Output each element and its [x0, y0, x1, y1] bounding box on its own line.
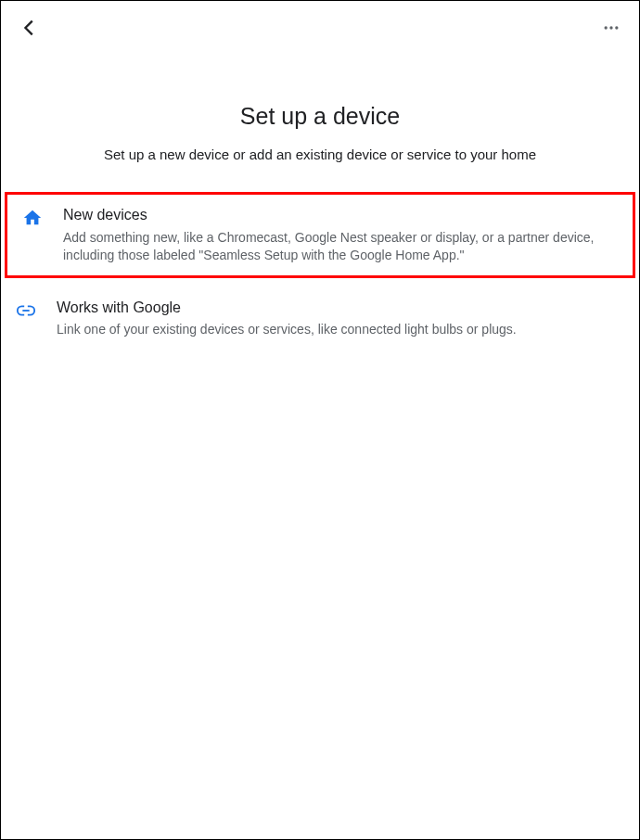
options-list: New devices Add something new, like a Ch… [1, 192, 639, 350]
link-icon [16, 300, 36, 321]
back-button[interactable] [16, 14, 44, 45]
page-subtitle: Set up a new device or add an existing d… [19, 145, 621, 164]
option-title: Works with Google [57, 299, 626, 318]
option-text: Works with Google Link one of your exist… [53, 299, 626, 339]
option-text: New devices Add something new, like a Ch… [59, 206, 620, 264]
option-desc: Link one of your existing devices or ser… [57, 321, 626, 338]
chevron-left-icon [19, 18, 40, 38]
page-header: Set up a device Set up a new device or a… [1, 58, 639, 192]
option-title: New devices [63, 206, 620, 225]
more-horizontal-icon [602, 19, 621, 37]
svg-point-0 [605, 26, 608, 29]
svg-point-1 [609, 26, 612, 29]
spacer [1, 278, 639, 287]
svg-point-2 [615, 26, 618, 29]
option-works-with-google[interactable]: Works with Google Link one of your exist… [1, 287, 639, 350]
icon-wrap [19, 206, 59, 228]
icon-wrap [12, 299, 53, 321]
page-title: Set up a device [19, 103, 621, 130]
top-bar [1, 1, 639, 58]
more-button[interactable] [598, 15, 624, 45]
option-new-devices[interactable]: New devices Add something new, like a Ch… [5, 192, 635, 278]
home-icon [22, 208, 43, 228]
option-desc: Add something new, like a Chromecast, Go… [63, 229, 620, 264]
